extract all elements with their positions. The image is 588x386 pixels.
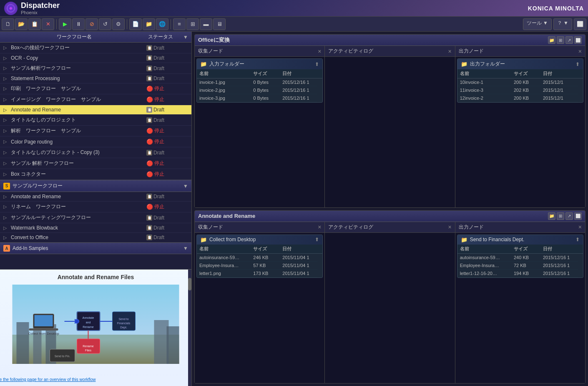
office-panel-folder-btn[interactable]: 📁 (548, 36, 555, 44)
workflow-item-imaging[interactable]: ▷ イメージング ワークフロー サンプル 🔴 停止 (0, 94, 191, 105)
table-row[interactable]: invoice-1.jpg 0 Bytes 2015/12/16 1 (197, 78, 322, 86)
workflow-item-statement[interactable]: ▷ Statement Processing 📋 Draft (0, 74, 191, 83)
toolbar-folder-button[interactable]: 📁 (143, 18, 155, 30)
pin-icon: ▷ (3, 194, 8, 199)
workflow-item-annotate[interactable]: ▷ Annotate and Rename 📋 Draft (0, 105, 191, 115)
toolbar-monitor-button[interactable]: 🖥 (213, 18, 226, 30)
office-output-close[interactable]: × (578, 48, 582, 55)
annotate-out-col-name: 名前 (457, 245, 511, 254)
workflow-item-box[interactable]: ▷ Boxへの接続ワークフロー 📋 Draft (0, 43, 191, 53)
preview-scrollbar[interactable] (188, 270, 191, 386)
addin-section-collapse-icon[interactable]: ▼ (183, 245, 188, 251)
toolbar-grid-button[interactable]: ⊞ (186, 18, 199, 30)
workflow-item-routing[interactable]: ▷ サンプルルーティングワークフロー 📋 Draft (0, 212, 191, 223)
workflow-item-annotate-sample[interactable]: ▷ Annotate and Rename 📋 Draft (0, 192, 191, 202)
workflow-item-ocr[interactable]: ▷ OCR - Copy 📋 Draft (0, 53, 191, 63)
annotate-input-folder-header[interactable]: 📁 Collect from Desktop ⬆ (197, 235, 322, 245)
workflow-item-convert[interactable]: ▷ Convert to Office 📋 Draft (0, 233, 191, 242)
workflow-item-rename[interactable]: ▷ リネーム ワークフロー 🔴 停止 (0, 202, 191, 212)
workflow-item-sample-analysis[interactable]: ▷ サンプル解析ワークフロー 📋 Draft (0, 63, 191, 74)
pin-icon: ▷ (3, 86, 8, 91)
workflow-item-untitled[interactable]: ▷ タイトルなしのプロジェクト 📋 Draft (0, 115, 191, 126)
office-activity-node: アクティビティログ × (325, 46, 455, 207)
toolbar-run-button[interactable]: ▶ (59, 18, 71, 30)
table-row[interactable]: autoinsurance-59… 246 KB 2015/11/04 1 (197, 253, 322, 261)
toolbar-new-button[interactable]: 🗋 (2, 18, 14, 30)
annotate-output-expand-icon[interactable]: ⬆ (575, 237, 580, 242)
annotate-output-folder-header[interactable]: 📁 Send to Financials Dept. ⬆ (457, 235, 583, 245)
annotate-folder-expand-icon[interactable]: ⬆ (315, 237, 319, 242)
office-out-col-name: 名前 (457, 69, 511, 78)
toolbar-expand-button[interactable]: ⬜ (574, 18, 586, 30)
office-panel-maximize-btn[interactable]: ⬜ (574, 36, 582, 44)
help-dropdown[interactable]: ？ ▼ (553, 18, 572, 30)
workflow-item-analysis[interactable]: ▷ 解析 ワークフロー サンプル 🔴 停止 (0, 126, 191, 136)
office-output-folder-header[interactable]: 📁 出力フォルダー ⬆ (457, 59, 583, 69)
office-out-col-date: 日付 (540, 69, 578, 78)
table-row[interactable]: autoinsurance-59… 240 KB 2015/12/16 1 (457, 253, 583, 261)
office-output-expand-icon[interactable]: ⬆ (575, 61, 580, 67)
sample-section-header[interactable]: S サンプルワークフロー ▼ (0, 180, 191, 192)
stop-icon: 🔴 (146, 96, 153, 103)
item-name: サンプル 解析 ワークフロー (11, 160, 144, 167)
office-collect-close[interactable]: × (318, 48, 321, 55)
svg-text:Rename: Rename (83, 345, 94, 348)
annotate-panel-grid-btn[interactable]: ⊞ (557, 212, 564, 220)
workflow-item-sample-analysis2[interactable]: ▷ サンプル 解析 ワークフロー 🔴 停止 (0, 158, 191, 169)
table-row[interactable]: invoice-2.jpg 0 Bytes 2015/12/16 1 (197, 86, 322, 94)
annotate-collect-close[interactable]: × (318, 224, 321, 230)
toolbar-web-button[interactable]: 🌐 (156, 18, 168, 30)
annotate-output-close[interactable]: × (578, 224, 582, 230)
table-row[interactable]: Employee-Insura… 72 KB 2015/12/16 1 (457, 261, 583, 269)
status-draft: 📋 Draft (146, 117, 164, 123)
annotate-panel-folder-btn[interactable]: 📁 (548, 212, 555, 220)
toolbar-pause-button[interactable]: ⏸ (72, 18, 85, 30)
item-name: 印刷 ワークフロー サンプル (11, 85, 144, 92)
item-status: 🔴 停止 (146, 96, 188, 103)
draft-icon: 📋 (146, 117, 152, 123)
office-input-folder-header[interactable]: 📁 入力フォルダー ⬆ (197, 59, 322, 69)
workflow-item-watermark[interactable]: ▷ Watermark Blowback 📋 Draft (0, 223, 191, 233)
table-row[interactable]: 12invoice-2 200 KB 2015/12/1 (457, 94, 583, 102)
toolbar-refresh-button[interactable]: ↺ (99, 18, 111, 30)
addin-section-header[interactable]: A Add-In Samples ▼ (0, 242, 191, 254)
workflow-item-box-connector[interactable]: ▷ Box コネクター 🔴 停止 (0, 169, 191, 180)
office-folder-expand-icon[interactable]: ⬆ (315, 61, 319, 67)
table-row[interactable]: Employee-Insura… 57 KB 2015/11/04 1 (197, 261, 322, 269)
workflow-item-untitled-copy[interactable]: ▷ タイトルなしのプロジェクト - Copy (3) 📋 Draft (0, 147, 191, 158)
toolbar-copy-button[interactable]: 📋 (28, 18, 41, 30)
toolbar-tile-button[interactable]: ▬ (200, 18, 212, 30)
status-stop: 🔴 停止 (146, 138, 164, 145)
annotate-panel-export-btn[interactable]: ↗ (565, 212, 573, 220)
office-panel-export-btn[interactable]: ↗ (565, 36, 573, 44)
office-activity-close[interactable]: × (448, 48, 451, 55)
toolbar-settings-button[interactable]: ⚙ (112, 18, 125, 30)
workflow-item-print[interactable]: ▷ 印刷 ワークフロー サンプル 🔴 停止 (0, 83, 191, 94)
table-row[interactable]: letter1-12-16-20… 194 KB 2015/12/16 1 (457, 269, 583, 277)
status-draft: 📋 Draft (146, 215, 164, 221)
draft-icon: 📋 (146, 107, 152, 113)
office-panel-grid-btn[interactable]: ⊞ (557, 36, 564, 44)
tools-dropdown[interactable]: ツール ▼ (523, 18, 552, 30)
office-collect-title: 収集ノード (198, 48, 223, 55)
toolbar-list-button[interactable]: ≡ (173, 18, 186, 30)
item-name: リネーム ワークフロー (11, 203, 144, 210)
preview-link[interactable]: See the following page for an overview o… (0, 377, 96, 382)
table-row[interactable]: 11invoice-3 202 KB 2015/12/1 (457, 86, 583, 94)
workflow-sort-icon[interactable]: ▼ (183, 34, 188, 40)
toolbar-delete-button[interactable]: ✕ (42, 18, 54, 30)
file-name: Employee-Insura… (457, 261, 511, 269)
annotate-activity-close[interactable]: × (448, 224, 451, 230)
annotate-out-col-date: 日付 (540, 245, 578, 254)
workflow-list: ▷ Boxへの接続ワークフロー 📋 Draft ▷ OCR - Copy 📋 D… (0, 43, 191, 269)
workflow-item-color[interactable]: ▷ Color Page routing 🔴 停止 (0, 136, 191, 147)
table-row[interactable]: 10invoice-1 200 KB 2015/12/1 (457, 78, 583, 86)
annotate-panel-maximize-btn[interactable]: ⬜ (574, 212, 582, 220)
toolbar-print-button[interactable]: 📄 (129, 18, 142, 30)
toolbar-open-button[interactable]: 📂 (15, 18, 28, 30)
table-row[interactable]: invoice-3.jpg 0 Bytes 2015/12/16 1 (197, 94, 322, 102)
toolbar-separator-3 (171, 19, 171, 29)
sample-section-collapse-icon[interactable]: ▼ (183, 183, 188, 189)
table-row[interactable]: letter1.png 173 KB 2015/11/04 1 (197, 269, 322, 277)
toolbar-stop-button[interactable]: ⊘ (85, 18, 98, 30)
